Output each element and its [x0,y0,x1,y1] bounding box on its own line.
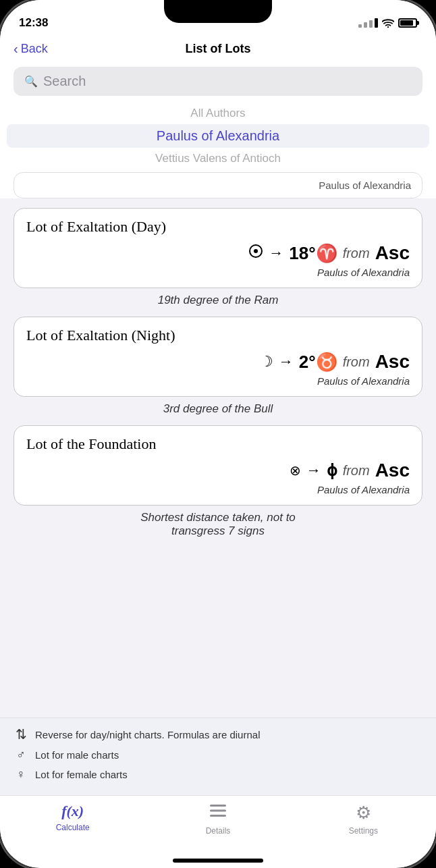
moon-symbol: ☽ [260,353,273,371]
battery-fill [400,20,413,26]
notch [164,0,272,23]
back-label: Back [21,42,48,56]
signal-icon [358,18,378,28]
back-button[interactable]: ‹ Back [13,41,48,57]
lot-asc-night: Asc [375,351,410,373]
lot-description-foundation-line2: transgress 7 signs [171,524,265,537]
tab-settings[interactable]: ⚙ Settings [336,803,390,836]
legend-item-male: ♂ Lot for male charts [13,748,423,762]
phone-shell: 12:38 ‹ Back L [0,0,436,868]
svg-point-0 [387,26,389,28]
tab-details[interactable]: Details [191,803,245,836]
tab-calculate[interactable]: f(x) Calculate [46,803,100,832]
lot-formula-foundation: ⊗ → ϕ from Asc [26,460,410,481]
lot-asc-foundation: Asc [375,460,410,481]
legend-item-female: ♀ Lot for female charts [13,767,423,782]
lot-arrow-day: → [269,244,283,262]
partial-card: Paulus of Alexandria [13,172,423,198]
legend-section: ⇅ Reverse for day/night charts. Formulas… [0,717,436,795]
wifi-icon [382,18,394,28]
lot-degree-day: 18°♈ [289,243,337,264]
lot-description-foundation: Shortest distance taken, not to transgre… [13,511,423,538]
lot-formula-exaltation-night: ☽ → 2°♉ from Asc [26,351,410,373]
tab-details-label: Details [206,826,231,836]
home-indicator [173,859,263,863]
legend-text-reverse: Reverse for day/night charts. Formulas a… [35,729,260,740]
lot-title-exaltation-day: Lot of Exaltation (Day) [26,218,410,236]
author-item-paulus[interactable]: Paulus of Alexandria [7,124,429,148]
lot-title-foundation: Lot of the Foundation [26,435,410,453]
search-container: 🔍 Search [0,61,436,103]
lot-description-day: 19th degree of the Ram [13,294,423,307]
lot-from-night: from [343,354,370,370]
sun-symbol [248,244,263,263]
venus-icon: ♀ [13,767,28,782]
scroll-content[interactable]: Lot of Exaltation (Day) → 18°♈ from Asc … [0,198,436,717]
tab-settings-label: Settings [349,826,378,836]
phone-screen: 12:38 ‹ Back L [0,0,436,868]
lot-arrow-night: → [279,353,294,371]
svg-rect-5 [210,815,226,817]
lot-from-foundation: from [343,463,370,479]
svg-point-2 [254,249,258,253]
legend-text-male: Lot for male charts [35,749,119,761]
tab-bar: f(x) Calculate Details ⚙ Settings [0,795,436,856]
chevron-left-icon: ‹ [13,41,18,57]
lot-card-exaltation-day: Lot of Exaltation (Day) → 18°♈ from Asc … [13,208,423,288]
mars-icon: ♂ [13,748,28,762]
lot-arrow-foundation: → [306,462,321,479]
lot-from-day: from [343,246,370,261]
crossed-circle-symbol: ⊗ [290,462,301,479]
search-icon: 🔍 [24,75,38,88]
battery-icon [398,18,417,28]
lot-card-exaltation-night: Lot of Exaltation (Night) ☽ → 2°♉ from A… [13,317,423,397]
calculate-icon: f(x) [61,803,84,820]
lot-description-foundation-line1: Shortest distance taken, not to [140,511,296,524]
lot-formula-exaltation-day: → 18°♈ from Asc [26,242,410,264]
lot-asc-day: Asc [375,242,410,264]
phi-symbol: ϕ [327,461,337,480]
page-title: List of Lots [186,42,251,56]
svg-rect-4 [210,810,226,812]
legend-text-female: Lot for female charts [35,769,128,780]
search-placeholder: Search [43,74,86,89]
status-icons [358,18,417,28]
author-picker: All Authors Paulus of Alexandria Vettius… [0,103,436,169]
nav-header: ‹ Back List of Lots [0,36,436,61]
partial-card-author: Paulus of Alexandria [319,180,411,191]
search-bar[interactable]: 🔍 Search [13,67,423,96]
tab-calculate-label: Calculate [56,823,90,832]
author-item-all[interactable]: All Authors [0,103,436,124]
lot-description-night: 3rd degree of the Bull [13,402,423,416]
legend-item-reverse: ⇅ Reverse for day/night charts. Formulas… [13,726,423,742]
lot-author-day: Paulus of Alexandria [26,267,410,278]
lot-author-night: Paulus of Alexandria [26,375,410,387]
lot-degree-night: 2°♉ [299,352,337,373]
reverse-icon: ⇅ [13,726,28,742]
details-icon [209,803,227,823]
settings-icon: ⚙ [356,803,371,823]
status-time: 12:38 [19,16,48,30]
lot-author-foundation: Paulus of Alexandria [26,484,410,495]
lot-title-exaltation-night: Lot of Exaltation (Night) [26,327,410,344]
author-item-vettius[interactable]: Vettius Valens of Antioch [0,148,436,169]
svg-rect-3 [210,805,226,807]
lot-card-foundation: Lot of the Foundation ⊗ → ϕ from Asc Pau… [13,425,423,506]
